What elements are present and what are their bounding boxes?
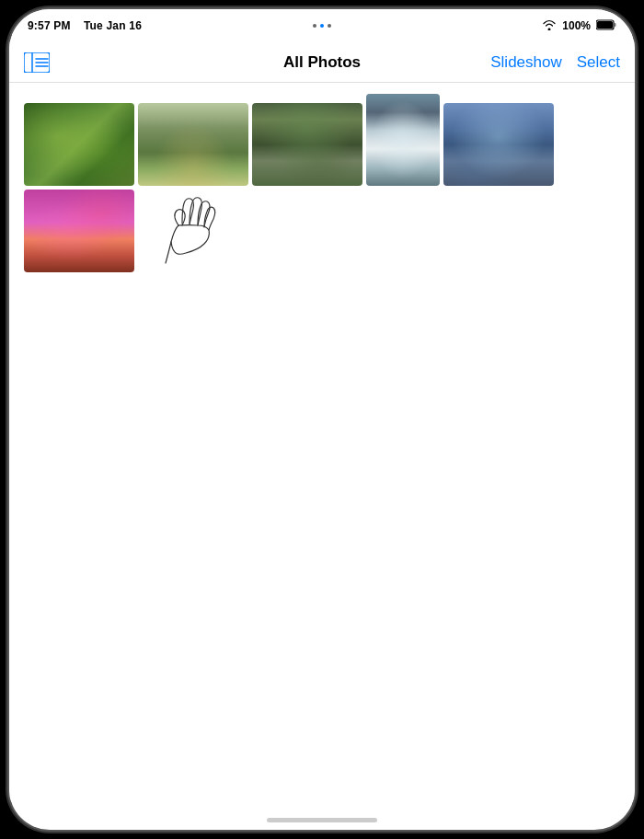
dot-1 (313, 24, 316, 28)
svg-rect-2 (597, 21, 613, 29)
dot-2 (320, 24, 324, 28)
photo-item-3[interactable] (252, 103, 362, 186)
photo-item-2[interactable] (138, 103, 248, 186)
nav-bar: All Photos Slideshow Select (9, 42, 635, 83)
home-indicator (267, 818, 377, 822)
battery-percent: 100% (562, 19, 591, 32)
dot-3 (328, 24, 331, 28)
wifi-icon (542, 19, 557, 33)
status-time-date: 9:57 PM Tue Jan 16 (28, 19, 142, 32)
ipad-device: 9:57 PM Tue Jan 16 100% (9, 9, 635, 830)
status-dots (313, 24, 331, 28)
status-right: 100% (542, 19, 616, 33)
nav-left (24, 52, 50, 73)
slideshow-button[interactable]: Slideshow (490, 53, 562, 72)
svg-rect-1 (615, 23, 616, 27)
nav-right: Slideshow Select (490, 53, 620, 72)
photos-content (9, 83, 635, 802)
battery-icon (596, 19, 616, 33)
photo-item-4[interactable] (366, 94, 440, 186)
page-title: All Photos (283, 53, 361, 72)
photo-item-6[interactable] (24, 190, 134, 272)
hand-svg (147, 194, 239, 268)
status-bar: 9:57 PM Tue Jan 16 100% (9, 9, 635, 42)
photo-item-5[interactable] (443, 103, 554, 186)
photos-row-1 (24, 94, 620, 186)
photo-item-1[interactable] (24, 103, 134, 186)
hand-sketch-drawing[interactable] (138, 190, 248, 272)
select-button[interactable]: Select (577, 53, 620, 72)
photos-row-2 (24, 190, 620, 272)
sidebar-toggle-icon[interactable] (24, 52, 50, 73)
